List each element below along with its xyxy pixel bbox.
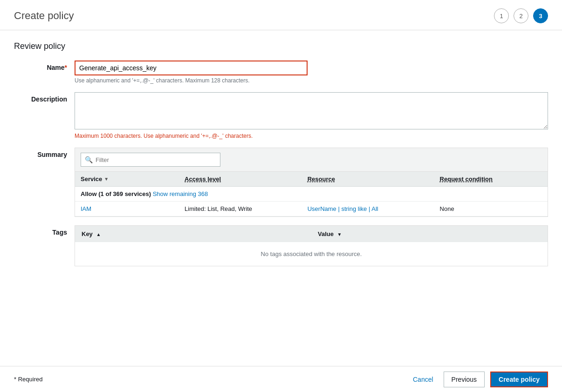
required-star: * (65, 64, 67, 71)
description-hint: Maximum 1000 characters. Use alphanumeri… (75, 133, 548, 139)
search-icon: 🔍 (85, 156, 93, 163)
show-remaining-link[interactable]: Show remaining 368 (153, 190, 208, 197)
summary-filter-row: 🔍 (75, 148, 548, 172)
summary-label: Summary (14, 148, 75, 158)
th-resource[interactable]: Resource (302, 172, 434, 187)
value-sort-icon: ▼ (337, 232, 342, 237)
name-label: Name* (14, 61, 75, 71)
name-hint: Use alphanumeric and '+=,.@-_' character… (75, 77, 548, 84)
description-row: Description Maximum 1000 characters. Use… (14, 92, 548, 139)
filter-input-wrap: 🔍 (81, 153, 220, 167)
description-label: Description (14, 92, 75, 103)
summary-table: Service ▼ Access level Resource Request … (75, 172, 548, 216)
name-field-container: Use alphanumeric and '+=,.@-_' character… (75, 61, 548, 84)
step-1: 1 (494, 8, 509, 23)
th-key: Key ▲ (75, 226, 312, 243)
page-header: Create policy 1 2 3 (0, 0, 562, 30)
allow-row: Allow (1 of 369 services) Show remaining… (75, 187, 548, 202)
resource-link[interactable]: UserName | string like | All (308, 205, 378, 212)
summary-row: Summary 🔍 Service ▼ (14, 148, 548, 217)
step-2: 2 (514, 8, 528, 23)
request-condition-cell: None (434, 202, 548, 216)
th-service[interactable]: Service ▼ (75, 172, 179, 187)
name-row: Name* Use alphanumeric and '+=,.@-_' cha… (14, 61, 548, 84)
tags-table-header: Key ▲ Value ▼ (75, 226, 548, 243)
tags-empty-row: No tags associated with the resource. (75, 242, 548, 266)
tags-empty-cell: No tags associated with the resource. (75, 242, 548, 266)
summary-table-header: Service ▼ Access level Resource Request … (75, 172, 548, 187)
summary-container: 🔍 Service ▼ Access (75, 148, 548, 217)
th-value: Value ▼ (311, 226, 548, 243)
tags-table: Key ▲ Value ▼ No tags associated with th… (75, 225, 548, 266)
iam-link[interactable]: IAM (81, 205, 91, 212)
tags-label: Tags (14, 225, 75, 236)
allow-cell: Allow (1 of 369 services) Show remaining… (75, 187, 548, 202)
step-indicators: 1 2 3 (494, 8, 548, 23)
name-input[interactable] (75, 61, 308, 75)
table-row: IAM Limited: List, Read, Write UserName … (75, 202, 548, 216)
service-cell: IAM (75, 202, 179, 216)
filter-input[interactable] (96, 156, 216, 163)
th-request-condition[interactable]: Request condition (434, 172, 548, 187)
description-textarea[interactable] (75, 92, 548, 129)
resource-cell: UserName | string like | All (302, 202, 434, 216)
header-divider (0, 30, 562, 30)
key-sort-icon: ▲ (96, 232, 101, 237)
access-level-cell: Limited: List, Read, Write (179, 202, 302, 216)
tags-row: Tags Key ▲ Value ▼ (14, 225, 548, 266)
service-dropdown-arrow: ▼ (104, 176, 109, 182)
th-access-level[interactable]: Access level (179, 172, 302, 187)
review-section-title: Review policy (14, 41, 548, 51)
tags-field-container: Key ▲ Value ▼ No tags associated with th… (75, 225, 548, 266)
description-field-container: Maximum 1000 characters. Use alphanumeri… (75, 92, 548, 139)
summary-field-container: 🔍 Service ▼ Access (75, 148, 548, 217)
step-3: 3 (533, 8, 548, 23)
page-title: Create policy (14, 10, 74, 22)
main-content: Review policy Name* Use alphanumeric and… (0, 41, 562, 321)
